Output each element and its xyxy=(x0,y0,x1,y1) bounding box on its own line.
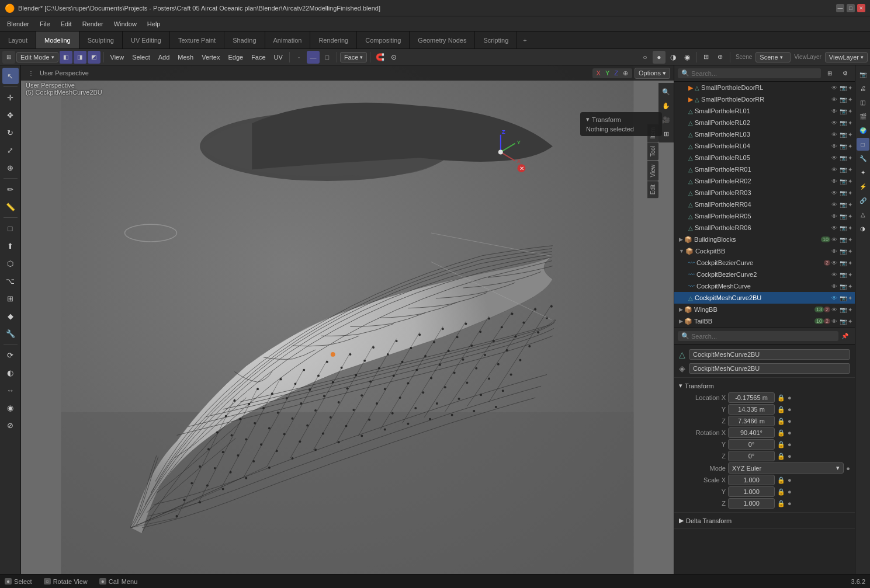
overlay-icon3[interactable]: ◩ xyxy=(88,51,100,64)
menu-file[interactable]: File xyxy=(35,19,55,29)
menu-vertex[interactable]: Vertex xyxy=(198,53,223,62)
tab-texture-paint[interactable]: Texture Paint xyxy=(170,32,224,48)
view-tab[interactable]: View xyxy=(647,161,658,181)
location-x-dot[interactable]: ● xyxy=(788,394,792,401)
poly-build-btn[interactable]: 🔧 xyxy=(2,325,19,342)
outliner-settings-btn[interactable]: ⚙ xyxy=(838,67,851,80)
outliner-item-smallportholerl03[interactable]: △ SmallPortholeRL03 👁 📷 ✦ xyxy=(674,128,855,140)
rotate-btn[interactable]: ↻ xyxy=(2,124,19,141)
overlay-icon2[interactable]: ◨ xyxy=(74,51,86,64)
outliner-item-cockpitmeshcurve[interactable]: 〰 CockpitMeshCurve 👁 📷 ✦ xyxy=(674,280,855,292)
delta-transform-title[interactable]: ▶ Delta Transform xyxy=(679,515,850,526)
location-y-dot[interactable]: ● xyxy=(788,406,792,413)
physics-props-tab[interactable]: ⚡ xyxy=(857,180,869,193)
y-axis-btn[interactable]: Y xyxy=(604,69,611,77)
view-layer-props-tab[interactable]: ◫ xyxy=(857,96,869,109)
vis-icon[interactable]: 👁 xyxy=(830,85,838,91)
outliner-item-cockpitmeshcurve2bu[interactable]: △ CockpitMeshCurve2BU 👁 📷 ✦ xyxy=(674,292,855,304)
scale-y-field[interactable]: 1.000 xyxy=(728,486,775,497)
mode-dropdown[interactable]: Edit Mode ▾ xyxy=(16,52,58,62)
outliner-item-smallportholerl05[interactable]: △ SmallPortholeRL05 👁 📷 ✦ xyxy=(674,152,855,163)
wireframe-shading-btn[interactable]: ○ xyxy=(639,51,651,64)
mode-dot[interactable]: ● xyxy=(846,465,850,472)
scale-x-dot[interactable]: ● xyxy=(788,476,792,483)
menu-face[interactable]: Face xyxy=(248,53,269,62)
smooth-btn[interactable]: ◐ xyxy=(2,364,19,381)
scale-z-lock[interactable]: 🔒 xyxy=(777,500,785,507)
menu-uv[interactable]: UV xyxy=(271,53,286,62)
tab-compositing[interactable]: Compositing xyxy=(357,32,410,48)
material-shading-btn[interactable]: ◑ xyxy=(667,51,680,64)
scene-dropdown[interactable]: Scene ▾ xyxy=(755,52,791,62)
knife-btn[interactable]: ◆ xyxy=(2,308,19,324)
x-axis-btn[interactable]: X xyxy=(595,69,602,77)
transform-btn[interactable]: ⊕ xyxy=(2,159,19,176)
scale-x-lock[interactable]: 🔒 xyxy=(777,476,785,484)
rotation-x-dot[interactable]: ● xyxy=(788,429,792,436)
transform-section-title[interactable]: ▾ Transform xyxy=(679,380,850,391)
viewport-canvas[interactable]: Z Y X ✕ xyxy=(21,65,674,574)
rotation-z-lock[interactable]: 🔒 xyxy=(777,453,785,460)
outliner-item-smallportholerr04[interactable]: △ SmallPortholeRR04 👁 📷 ✦ xyxy=(674,199,855,210)
proportional-icon[interactable]: ⊙ xyxy=(387,51,400,64)
add-workspace-button[interactable]: + xyxy=(517,32,532,48)
menu-blender[interactable]: Blender xyxy=(2,19,34,29)
outliner-search-input[interactable] xyxy=(691,70,817,77)
tab-geometry-nodes[interactable]: Geometry Nodes xyxy=(410,32,475,48)
output-props-tab[interactable]: 🖨 xyxy=(857,82,869,95)
location-y-field[interactable]: 14.335 m xyxy=(728,404,775,415)
location-x-lock[interactable]: 🔒 xyxy=(777,394,785,402)
viewport[interactable]: Z Y X ✕ ⋮ User Perspective X Y xyxy=(21,65,674,574)
minimize-button[interactable]: — xyxy=(836,4,844,12)
vis-icon[interactable]: 👁 xyxy=(830,96,838,103)
add-cube-btn[interactable]: □ xyxy=(2,220,19,236)
local-global-btn[interactable]: ⊕ xyxy=(621,69,630,77)
viewport-menu-btn[interactable]: ⋮ xyxy=(25,67,37,79)
spin-btn[interactable]: ⟳ xyxy=(2,347,19,363)
rotation-z-field[interactable]: 0° xyxy=(728,451,775,461)
gizmo-btn[interactable]: ⊕ xyxy=(714,51,727,64)
solid-shading-btn[interactable]: ● xyxy=(653,51,666,64)
loop-cut-btn[interactable]: ⊞ xyxy=(2,290,19,307)
mesh-name-field[interactable]: CockpitMeshCurve2BU xyxy=(689,363,850,374)
tab-shading[interactable]: Shading xyxy=(224,32,265,48)
outliner-item-smallportholedoorrl[interactable]: ▶ △ SmallPortholeDoorRL 👁 📷 ✦ xyxy=(674,82,855,93)
z-axis-btn[interactable]: Z xyxy=(612,69,620,77)
rotation-y-dot[interactable]: ● xyxy=(788,441,792,448)
pin-btn[interactable]: 📌 xyxy=(838,330,851,343)
scale-x-field[interactable]: 1.000 xyxy=(728,475,775,485)
outliner-item-smallportholerl04[interactable]: △ SmallPortholeRL04 👁 📷 ✦ xyxy=(674,140,855,152)
viewport-overlay-btn[interactable]: ⊞ xyxy=(700,51,713,64)
outliner-item-tailbb[interactable]: ▶ 📦 TailBB 10 2 👁 📷 ✦ xyxy=(674,315,855,327)
options-dropdown[interactable]: Options ▾ xyxy=(635,68,670,79)
location-z-field[interactable]: 7.3466 m xyxy=(728,416,775,426)
menu-add[interactable]: Add xyxy=(155,53,174,62)
scale-z-field[interactable]: 1.000 xyxy=(728,498,775,509)
tab-scripting[interactable]: Scripting xyxy=(475,32,517,48)
render-icon[interactable]: 📷 xyxy=(838,96,848,103)
outliner-item-smallportholerl02[interactable]: △ SmallPortholeRL02 👁 📷 ✦ xyxy=(674,117,855,128)
data-props-tab[interactable]: △ xyxy=(857,208,869,221)
location-y-lock[interactable]: 🔒 xyxy=(777,406,785,413)
tab-modeling[interactable]: Modeling xyxy=(36,32,79,48)
tab-sculpting[interactable]: Sculpting xyxy=(79,32,123,48)
modifier-props-tab[interactable]: 🔧 xyxy=(857,152,869,165)
location-z-dot[interactable]: ● xyxy=(788,417,792,425)
menu-help[interactable]: Help xyxy=(143,19,165,29)
cursor-btn[interactable]: ✛ xyxy=(2,89,19,106)
snap-icon[interactable]: 🧲 xyxy=(373,51,386,64)
collapse-icon[interactable]: ▾ xyxy=(586,116,590,123)
scale-btn[interactable]: ⤢ xyxy=(2,142,19,158)
face-mode-btn[interactable]: □ xyxy=(321,51,334,64)
scale-y-dot[interactable]: ● xyxy=(788,488,792,495)
view-mode-icon[interactable]: ⊞ xyxy=(2,51,15,64)
rotation-z-dot[interactable]: ● xyxy=(788,453,792,460)
tab-layout[interactable]: Layout xyxy=(0,32,36,48)
rotation-x-lock[interactable]: 🔒 xyxy=(777,429,785,437)
outliner-item-cockpitbb[interactable]: ▼ 📦 CockpitBB 👁 📷 ✦ xyxy=(674,245,855,257)
object-props-tab[interactable]: □ xyxy=(857,138,869,151)
rotation-x-field[interactable]: 90.401° xyxy=(728,427,775,438)
pan-btn[interactable]: ✋ xyxy=(660,99,673,112)
overlay-icon1[interactable]: ◧ xyxy=(60,51,72,64)
menu-view[interactable]: View xyxy=(107,53,128,62)
